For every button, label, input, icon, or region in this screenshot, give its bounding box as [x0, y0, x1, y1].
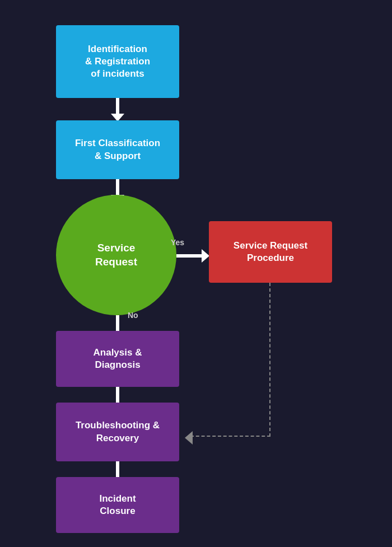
dashed-vertical: [269, 283, 270, 437]
classification-box: First Classification& Support: [56, 120, 179, 179]
dashed-arrow-head: [185, 431, 193, 445]
yes-label: Yes: [171, 238, 184, 247]
service-request-procedure-box: Service RequestProcedure: [209, 221, 332, 283]
service-request-circle: ServiceRequest: [56, 195, 176, 315]
incident-closure-box: IncidentClosure: [56, 477, 179, 533]
analysis-box: Analysis &Diagnosis: [56, 331, 179, 387]
identification-box: Identification& Registrationof incidents: [56, 25, 179, 98]
arrow-1-down: [111, 98, 124, 121]
no-label: No: [128, 311, 138, 320]
flowchart-diagram: Identification& Registrationof incidents…: [0, 0, 392, 547]
troubleshooting-box: Troubleshooting &Recovery: [56, 403, 179, 461]
arrow-right-yes: [176, 249, 209, 263]
dashed-horizontal: [190, 436, 270, 437]
